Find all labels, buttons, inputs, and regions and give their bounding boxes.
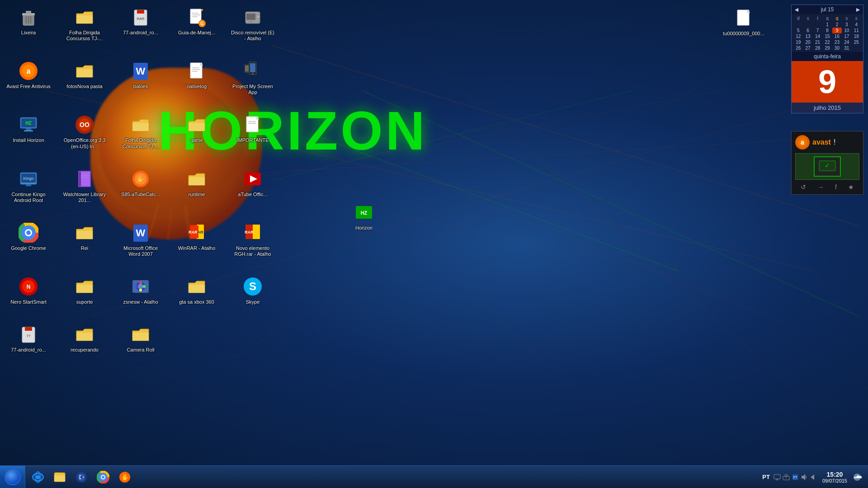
tray-expand-icon[interactable] [810,474,815,481]
svg-text:RAR: RAR [189,230,198,235]
icon-horizon-app[interactable]: HZ Horizon [339,199,389,234]
avast-monitor: ✓ [814,156,841,177]
svg-rect-65 [248,121,255,122]
calendar-days: 1 2 3 4 5 6 7 8 9 10 11 12 13 14 15 16 1… [793,22,861,51]
svg-rect-39 [76,69,93,77]
svg-rect-26 [192,13,198,14]
icon-avast[interactable]: a Avast Free Antivirus [4,57,53,109]
tray-flag-icon: PT [792,474,799,481]
avast-refresh-icon[interactable]: ↺ [801,183,806,191]
watchtower-label: Watchtower Library 201... [62,192,107,203]
icon-gta-xbox[interactable]: gta sa xbox 360 [172,273,222,319]
svg-text:W: W [136,227,146,239]
icon-nativelog[interactable]: nativelog [172,57,222,109]
taskbar-explorer[interactable] [50,467,70,487]
icon-rei[interactable]: Rei [60,219,109,271]
taskbar-media-player[interactable] [71,467,91,487]
phone-icon [242,60,264,82]
word-icon-baloes: W [130,60,151,82]
svg-point-110 [136,285,138,288]
svg-marker-154 [811,474,814,480]
svg-rect-45 [192,67,199,68]
icon-continue-kingo[interactable]: Kingo Continue Kingo Android Root [4,165,53,217]
cal-days-header: d s t q q s s [793,15,861,22]
novo-element-label: Novo elemento RGH.rar - Atalho [230,245,275,257]
avast-star-icon[interactable]: ★ [848,183,854,191]
svg-rect-117 [76,333,93,341]
icon-importante[interactable]: IMPORTANTE [228,111,278,163]
avast-arrow-icon[interactable]: → [817,183,824,191]
rar-icon-novo: RAR [242,222,264,244]
word-icon-2007: W [130,222,151,244]
icon-game[interactable]: game [172,111,222,163]
icon-install-horizon[interactable]: HZ Install Horizon [4,111,53,163]
icon-77-android[interactable]: RAR 77-android_ro... [116,4,165,56]
cal-big-date[interactable]: 9 [792,61,863,103]
doc-icon-tu [733,7,755,29]
icon-google-chrome[interactable]: Google Chrome [4,219,53,271]
icon-guia[interactable]: G Guia-de-Manej... [172,4,222,56]
icon-fotosnova[interactable]: fotosNova pasta [60,57,109,109]
icon-winrar[interactable]: RAR AR WinRAR - Atalho [172,219,222,271]
nero-label: Nero StartSmart [10,299,46,305]
svg-point-142 [102,476,104,479]
book-icon [74,168,95,190]
tray-monitor-icon [774,474,781,481]
folha-dirigida-1-label: Folha Dirigida Concursos TJ-... [62,30,107,42]
svg-text:N: N [27,284,31,290]
svg-rect-56 [24,130,33,131]
zsnesw-label: zsnesw - Atalho [123,299,158,305]
runtime-label: runtime [189,192,205,197]
svg-line-6 [362,0,814,407]
svg-rect-69 [26,184,31,186]
monitor-icon: HZ [18,114,39,136]
svg-text:a: a [27,67,31,75]
taskbar-horizon[interactable]: ✋ [115,467,135,487]
icon-disco[interactable]: Disco removível (E) - Atalho [228,4,278,56]
svg-marker-153 [802,474,805,480]
icon-recuperando[interactable]: recuperando [60,321,109,367]
icon-s85-atubecatch[interactable]: ✋ S85-aTubeCatc... [116,165,165,217]
taskbar-ie[interactable] [28,467,48,487]
rei-label: Rei [81,245,89,251]
svg-text:✋: ✋ [121,474,129,481]
icon-camera-roll[interactable]: Camera Roll [116,321,165,367]
avast-bottom-icons: ↺ → f ★ [795,183,859,191]
svg-rect-49 [250,63,255,72]
icon-skype[interactable]: S Skype [228,273,278,319]
icon-folha-dirigida-1[interactable]: Folha Dirigida Concursos TJ-... [60,4,109,56]
svg-rect-66 [248,123,256,124]
archive-icon: RAR [130,6,151,28]
icon-suporte[interactable]: suporte [60,273,109,319]
taskbar-items: ✋ [25,466,759,488]
tray-clock[interactable]: 15:20 09/07/2015 [822,471,847,483]
icon-word-2007[interactable]: W Microsoft Office Word 2007 [116,219,165,271]
icon-atube[interactable]: aTube Offic... [228,165,278,217]
game-label: game [190,137,203,143]
start-button[interactable] [0,466,25,488]
avast-logo: a avast ! [795,135,859,150]
icon-zsnesw[interactable]: zsnesw - Atalho [116,273,165,319]
avast-fb-icon[interactable]: f [835,183,837,191]
skype-icon: S [242,276,264,297]
icon-openoffice[interactable]: OO OpenOffice.org 3.3 (en-US) In... [60,111,109,163]
icon-baloes[interactable]: W baloes [116,57,165,109]
cal-prev-btn[interactable]: ◄ [793,6,800,13]
icon-tu00000009[interactable]: tu00000009_000... [719,5,769,39]
icon-watchtower[interactable]: Watchtower Library 201... [60,165,109,217]
openoffice-icon: OO [74,114,95,136]
cal-next-btn[interactable]: ► [855,6,861,13]
tray-language: PT [762,474,770,480]
icon-folha-dirigida-2[interactable]: Folha Dirigida Concursos TJ-... [116,111,165,163]
icon-project-my-screen[interactable]: Project My Screen App [228,57,278,109]
horizon-app-icon: HZ [353,202,375,223]
icon-nero[interactable]: N Nero StartSmart [4,273,53,319]
icon-novo-element[interactable]: RAR Novo elemento RGH.rar - Atalho [228,219,278,271]
baloes-label: baloes [133,84,148,89]
taskbar-chrome[interactable] [93,467,113,487]
icon-runtime[interactable]: runtime [172,165,222,217]
svg-rect-145 [774,474,780,479]
svg-rect-111 [189,285,205,293]
icon-77-android-2[interactable]: 77 77-android_ro... [4,321,53,367]
icon-lixeira[interactable]: Lixeira [4,4,53,56]
